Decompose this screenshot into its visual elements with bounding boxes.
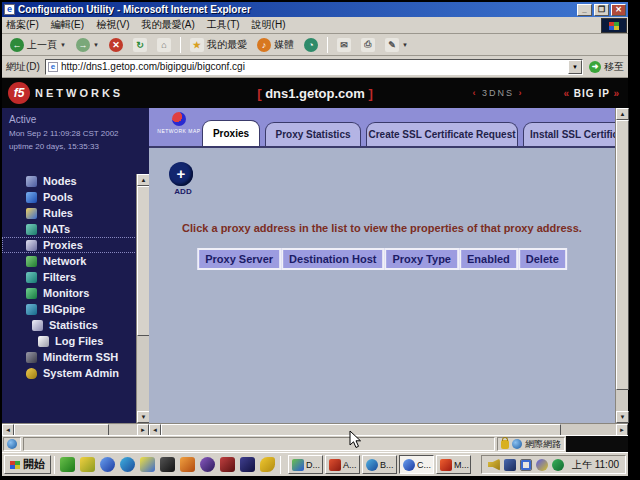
quicklaunch-icon-9[interactable] [220, 457, 235, 472]
task-button-2[interactable]: A... [325, 455, 360, 474]
forward-button[interactable]: → ▼ [72, 37, 103, 53]
window-title: Configuration Utility - Microsoft Intern… [18, 4, 575, 15]
go-button[interactable]: ➜ 移至 [589, 60, 624, 74]
history-button[interactable]: ◔ [300, 37, 322, 53]
task-button-1[interactable]: D... [288, 455, 323, 474]
mail-icon: ✉ [337, 38, 351, 52]
edit-button[interactable]: ✎ ▼ [381, 37, 412, 53]
media-button[interactable]: ♪ 媒體 [253, 37, 298, 53]
sidebar-item-rules[interactable]: Rules [2, 205, 149, 221]
network-map-button[interactable]: NETWORK MAP [157, 112, 201, 134]
tray-icon-5[interactable] [552, 459, 564, 471]
sidebar-item-log-files[interactable]: Log Files [2, 333, 149, 349]
sidebar-item-label: NATs [43, 223, 70, 235]
status-uptime: uptime 20 days, 15:35:33 [9, 142, 149, 151]
window-titlebar: e Configuration Utility - Microsoft Inte… [2, 2, 628, 17]
favorites-button[interactable]: ★ 我的最愛 [186, 37, 251, 53]
quicklaunch-icon-2[interactable] [80, 457, 95, 472]
close-button[interactable]: ✕ [611, 4, 626, 16]
sidebar-item-monitors[interactable]: Monitors [2, 285, 149, 301]
quicklaunch-icon-1[interactable] [60, 457, 75, 472]
menu-edit[interactable]: 編輯(E) [51, 18, 84, 32]
start-button[interactable]: 開始 [4, 455, 51, 474]
sidebar-item-network[interactable]: Network [2, 253, 149, 269]
maximize-button[interactable]: ❐ [594, 4, 609, 16]
windows-start-icon [10, 461, 20, 469]
sidebar-item-nats[interactable]: NATs [2, 221, 149, 237]
tray-icon-2[interactable] [504, 459, 516, 471]
sidebar-hscrollbar[interactable]: ◄ ► [2, 423, 149, 435]
speaker-icon[interactable] [488, 459, 500, 471]
tab-proxies[interactable]: Proxies [202, 120, 260, 146]
task-button-3[interactable]: B... [362, 455, 397, 474]
menu-file[interactable]: 檔案(F) [6, 18, 39, 32]
mail-button[interactable]: ✉ [333, 37, 355, 53]
sidebar-item-label: BIGpipe [43, 303, 85, 315]
sidebar-scrollbar[interactable]: ▲ ▼ [136, 174, 149, 423]
home-button[interactable]: ⌂ [153, 37, 175, 53]
sidebar-item-bigpipe[interactable]: BIGpipe [2, 301, 149, 317]
menu-view[interactable]: 檢視(V) [96, 18, 129, 32]
lock-icon [501, 440, 509, 449]
link-bigip[interactable]: « BIG IP » [563, 88, 620, 99]
sidebar-item-pools[interactable]: Pools [2, 189, 149, 205]
task-label: B... [380, 460, 394, 470]
address-bar: 網址(D) e ▼ ➜ 移至 [2, 56, 628, 78]
sidebar-item-system-admin[interactable]: System Admin [2, 365, 149, 381]
sidebar-item-label: Monitors [43, 287, 89, 299]
quicklaunch-icon-11[interactable] [260, 457, 275, 472]
forward-dropdown-icon[interactable]: ▼ [93, 42, 99, 48]
address-input[interactable] [61, 61, 568, 72]
scrollbar-thumb[interactable] [616, 120, 629, 390]
tab-create-ssl-certificate-request[interactable]: Create SSL Certificate Request [366, 122, 518, 146]
windows-logo-icon [609, 22, 619, 30]
quicklaunch-icon-8[interactable] [200, 457, 215, 472]
edit-dropdown-icon[interactable]: ▼ [402, 42, 408, 48]
taskbar-clock[interactable]: 上午 11:00 [572, 458, 619, 472]
sidebar-item-label: Network [43, 255, 86, 267]
column-proxy-server: Proxy Server [197, 248, 281, 270]
address-dropdown-button[interactable]: ▼ [568, 60, 582, 74]
minimize-button[interactable]: _ [577, 4, 592, 16]
task-button-5[interactable]: M... [436, 455, 471, 474]
sidebar-item-label: Mindterm SSH [43, 351, 118, 363]
back-button[interactable]: ← 上一頁 ▼ [6, 37, 70, 53]
link-3dns[interactable]: ‹ 3DNS › [472, 88, 523, 98]
quicklaunch-icon-6[interactable] [160, 457, 175, 472]
browser-frames: Active Mon Sep 2 11:09:28 CST 2002 uptim… [2, 108, 628, 423]
tray-icon-4[interactable] [536, 459, 548, 471]
menu-tools[interactable]: 工具(T) [207, 18, 240, 32]
logfiles-icon [38, 336, 49, 347]
sidebar-item-filters[interactable]: Filters [2, 269, 149, 285]
menu-favorites[interactable]: 我的最愛(A) [141, 18, 194, 32]
sidebar-item-mindterm-ssh[interactable]: Mindterm SSH [2, 349, 149, 365]
tab-install-ssl-certificate[interactable]: Install SSL Certificate [523, 122, 615, 146]
quicklaunch-icon-4[interactable] [120, 457, 135, 472]
sidebar-item-proxies[interactable]: Proxies [2, 237, 149, 253]
sidebar-item-statistics[interactable]: Statistics [2, 317, 149, 333]
add-proxy-button[interactable]: + ADD [169, 162, 197, 196]
stop-button[interactable]: ✕ [105, 37, 127, 53]
sidebar-item-label: Pools [43, 191, 73, 203]
sidebar-item-nodes[interactable]: Nodes [2, 173, 149, 189]
back-dropdown-icon[interactable]: ▼ [60, 42, 66, 48]
quicklaunch-icon-5[interactable] [140, 457, 155, 472]
taskbar-separator [54, 456, 55, 474]
content-scrollbar[interactable]: ▲ ▼ [615, 108, 628, 423]
display-monitor-icon[interactable] [520, 459, 532, 471]
tab-proxy-statistics[interactable]: Proxy Statistics [265, 122, 361, 146]
content-hscrollbar[interactable]: ◄ ► [149, 423, 628, 435]
history-icon: ◔ [304, 38, 318, 52]
zone-label: 網際網路 [525, 438, 561, 451]
print-button[interactable]: ⎙ [357, 37, 379, 53]
scroll-down-icon[interactable]: ▼ [616, 411, 629, 423]
refresh-button[interactable]: ↻ [129, 37, 151, 53]
quicklaunch-icon-10[interactable] [240, 457, 255, 472]
menu-help[interactable]: 說明(H) [252, 18, 286, 32]
quicklaunch-icon-7[interactable] [180, 457, 195, 472]
edit-pencil-icon: ✎ [385, 38, 399, 52]
quicklaunch-icon-3[interactable] [100, 457, 115, 472]
network-map-label: NETWORK MAP [157, 128, 201, 134]
task-button-4[interactable]: C... [399, 455, 434, 474]
scroll-up-icon[interactable]: ▲ [616, 108, 629, 120]
